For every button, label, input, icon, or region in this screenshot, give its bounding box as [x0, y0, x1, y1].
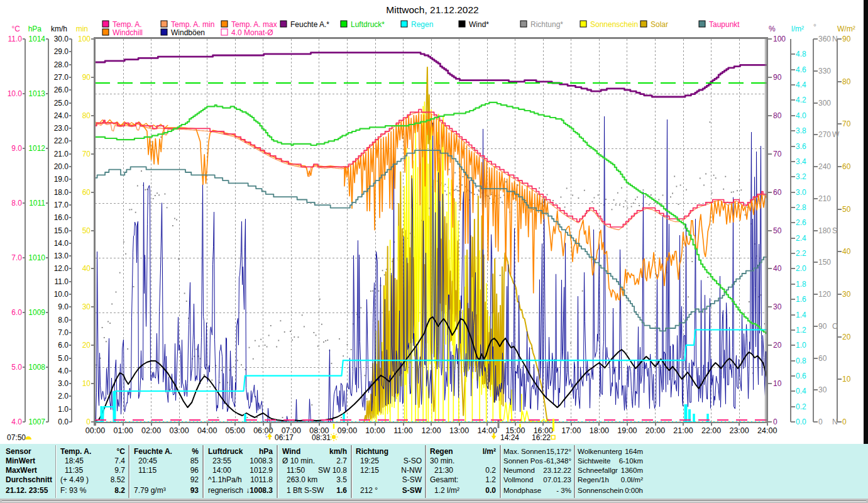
svg-text:Ø 10 min.: Ø 10 min.	[282, 456, 315, 465]
svg-text:SW 10.8: SW 10.8	[318, 466, 347, 475]
svg-text:Regen/1h: Regen/1h	[578, 476, 609, 484]
svg-text:Sensor: Sensor	[6, 447, 31, 456]
svg-text:20:45: 20:45	[138, 456, 157, 465]
svg-text:N: N	[832, 417, 838, 426]
svg-text:%: %	[192, 447, 199, 456]
svg-text:8.0: 8.0	[11, 199, 22, 207]
svg-text:Temp. A. max: Temp. A. max	[231, 20, 277, 29]
svg-text:10: 10	[842, 375, 851, 384]
svg-text:Mittwoch, 21.12.2022: Mittwoch, 21.12.2022	[386, 4, 478, 15]
svg-text:1.4: 1.4	[796, 311, 806, 319]
svg-text:93: 93	[190, 486, 199, 495]
svg-text:1012: 1012	[28, 144, 45, 153]
svg-text:26.0: 26.0	[54, 86, 69, 94]
svg-text:1.0: 1.0	[58, 405, 69, 414]
svg-text:21.12. 23:55: 21.12. 23:55	[6, 486, 48, 495]
svg-text:27.0: 27.0	[54, 73, 69, 82]
svg-text:1.6: 1.6	[336, 486, 347, 495]
svg-text:25.0: 25.0	[54, 99, 69, 108]
svg-text:Luftdruck: Luftdruck	[208, 447, 243, 456]
svg-text:4.0: 4.0	[11, 417, 22, 426]
svg-text:4.0: 4.0	[796, 111, 806, 120]
svg-text:60: 60	[773, 188, 782, 197]
svg-text:90: 90	[82, 73, 91, 82]
svg-text:MaxWert: MaxWert	[6, 466, 37, 475]
svg-text:Wind*: Wind*	[469, 20, 489, 29]
svg-text:Luftdruck*: Luftdruck*	[351, 20, 385, 29]
svg-text:10.0: 10.0	[8, 89, 23, 98]
svg-text:3.2: 3.2	[796, 172, 806, 181]
svg-text:360: 360	[818, 35, 831, 43]
svg-text:23.0: 23.0	[54, 124, 69, 133]
svg-text:270: 270	[818, 130, 831, 139]
svg-text:4.4: 4.4	[796, 80, 806, 89]
svg-text:Windböen: Windböen	[171, 28, 205, 37]
svg-text:23:00: 23:00	[729, 426, 749, 435]
svg-text:1010: 1010	[28, 253, 45, 262]
svg-text:09:00: 09:00	[338, 426, 357, 435]
svg-text:W: W	[832, 130, 840, 139]
svg-text:17.0: 17.0	[54, 201, 69, 209]
svg-text:100: 100	[773, 35, 786, 43]
svg-text:Sonnenschein: Sonnenschein	[590, 20, 638, 29]
svg-text:S-SW: S-SW	[402, 475, 422, 484]
svg-text:S-SW: S-SW	[402, 486, 422, 495]
svg-text:0.6: 0.6	[796, 372, 806, 380]
svg-text:30 min.: 30 min.	[430, 456, 454, 465]
svg-text:4.0 Monat-Ø: 4.0 Monat-Ø	[231, 28, 273, 37]
svg-text:263.0 km: 263.0 km	[287, 475, 317, 484]
svg-text:12:00: 12:00	[421, 426, 441, 435]
svg-text:13:00: 13:00	[449, 426, 469, 435]
svg-text:MinWert: MinWert	[6, 456, 35, 465]
svg-text:150: 150	[818, 258, 831, 267]
svg-text:8.0: 8.0	[58, 316, 69, 324]
svg-text:O: O	[832, 322, 838, 331]
svg-text:(+ 4.49 ): (+ 4.49 )	[60, 475, 89, 484]
svg-text:1.2 l/m²: 1.2 l/m²	[434, 486, 459, 495]
svg-text:1014: 1014	[28, 35, 45, 43]
svg-text:10: 10	[82, 379, 91, 388]
svg-text:l/m²: l/m²	[791, 25, 804, 33]
svg-text:24:00: 24:00	[757, 426, 777, 435]
svg-text:96: 96	[190, 466, 199, 475]
svg-text:10: 10	[773, 379, 782, 388]
svg-text:18.0: 18.0	[54, 188, 69, 197]
svg-text:Max. Sonnen: Max. Sonnen	[503, 448, 546, 455]
svg-text:60: 60	[842, 162, 851, 171]
svg-text:- 3%: - 3%	[556, 487, 571, 494]
svg-text:1011.8: 1011.8	[250, 475, 273, 484]
svg-text:10:00: 10:00	[365, 426, 385, 435]
svg-text:regnerisch: regnerisch	[208, 486, 243, 495]
svg-text:13.0: 13.0	[54, 252, 69, 260]
svg-text:4.0: 4.0	[58, 367, 69, 375]
svg-text:23:55: 23:55	[212, 456, 231, 465]
svg-text:0: 0	[818, 417, 823, 426]
svg-text:22.0: 22.0	[54, 136, 69, 145]
svg-text:Temp. A.: Temp. A.	[113, 20, 142, 29]
svg-text:0.8: 0.8	[796, 357, 806, 365]
svg-text:15,172°: 15,172°	[546, 448, 571, 455]
svg-text:0: 0	[773, 417, 777, 426]
svg-text:29.0: 29.0	[54, 47, 69, 56]
svg-text:07.01.23: 07.01.23	[543, 476, 571, 484]
svg-text:90: 90	[842, 35, 851, 43]
svg-text:Regen: Regen	[411, 20, 433, 29]
svg-text:1.0: 1.0	[796, 341, 806, 350]
svg-text:02:00: 02:00	[141, 426, 161, 435]
svg-text:21:00: 21:00	[673, 426, 693, 435]
svg-text:F: 93 %: F: 93 %	[60, 486, 87, 495]
svg-text:11:50: 11:50	[287, 466, 305, 475]
svg-text:10.0: 10.0	[54, 290, 69, 299]
svg-text:0.0: 0.0	[58, 417, 69, 426]
svg-text:05:00: 05:00	[226, 426, 245, 435]
svg-text:12.0: 12.0	[54, 264, 69, 273]
svg-text:hPa: hPa	[259, 447, 273, 456]
svg-text:11.0: 11.0	[55, 277, 69, 286]
svg-text:Durchschnitt: Durchschnitt	[6, 475, 52, 484]
svg-text:50: 50	[773, 226, 782, 235]
svg-text:30: 30	[842, 290, 851, 299]
svg-text:Feuchte A.*: Feuchte A.*	[290, 20, 329, 29]
svg-text:Mondphase: Mondphase	[503, 487, 541, 494]
svg-text:180: 180	[818, 226, 831, 235]
svg-text:70: 70	[773, 150, 782, 158]
